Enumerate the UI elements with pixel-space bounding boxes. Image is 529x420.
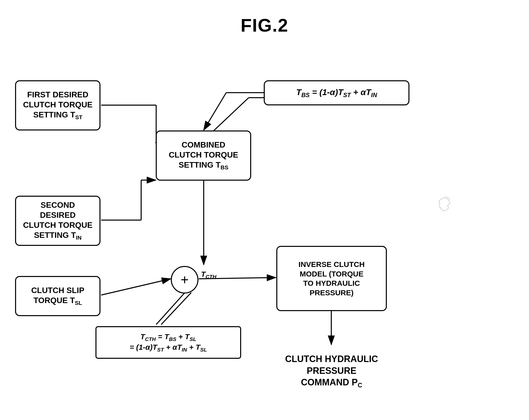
first-desired-label: FIRST DESIREDCLUTCH TORQUESETTING TST [23, 90, 93, 121]
clutch-slip-label: CLUTCH SLIPTORQUE TSL [31, 285, 84, 307]
box-inverse-clutch: INVERSE CLUTCHMODEL (TORQUETO HYDRAULICP… [276, 246, 387, 311]
box-sum: + [171, 266, 198, 294]
inverse-clutch-label: INVERSE CLUTCHMODEL (TORQUETO HYDRAULICP… [298, 260, 364, 297]
box-second-desired: SECOND DESIREDCLUTCH TORQUESETTING TIN [15, 196, 100, 246]
box-first-desired: FIRST DESIREDCLUTCH TORQUESETTING TST [15, 80, 100, 130]
formula-tbs-label: TBS = (1-α)TST + αTIN [296, 87, 377, 99]
scribble-decoration [434, 196, 454, 213]
second-desired-label: SECOND DESIREDCLUTCH TORQUESETTING TIN [22, 200, 93, 241]
box-formula-tcth: TCTH = TBS + TSL = (1-α)TST + αTIN + TSL [95, 326, 241, 359]
svg-line-12 [101, 279, 171, 295]
box-combined: COMBINEDCLUTCH TORQUESETTING TBS [156, 130, 251, 181]
svg-line-15 [156, 293, 185, 324]
combined-label: COMBINEDCLUTCH TORQUESETTING TBS [169, 140, 238, 171]
formula-tcth-label: TCTH = TBS + TSL = (1-α)TST + αTIN + TSL [130, 332, 207, 353]
diagram-container: FIRST DESIREDCLUTCH TORQUESETTING TST SE… [0, 45, 529, 420]
box-clutch-slip: CLUTCH SLIPTORQUE TSL [15, 276, 100, 316]
svg-line-8 [204, 93, 226, 130]
box-formula-tbs: TBS = (1-α)TST + αTIN [264, 80, 409, 105]
svg-line-16 [161, 293, 191, 324]
hydraulic-pressure-label: CLUTCH HYDRAULICPRESSURECOMMAND PC [285, 353, 378, 390]
box-hydraulic-pressure: CLUTCH HYDRAULICPRESSURECOMMAND PC [276, 346, 387, 396]
tcth-label: TCTH [201, 270, 217, 280]
page-title: FIG.2 [0, 0, 529, 36]
sum-symbol: + [181, 271, 189, 289]
